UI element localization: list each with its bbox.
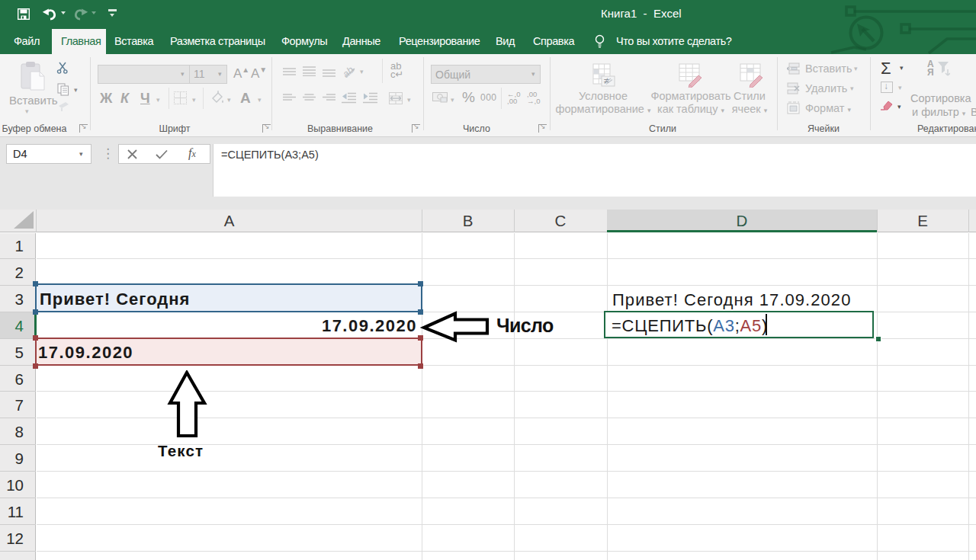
svg-text:ab: ab [344,65,356,78]
svg-text:≠: ≠ [604,75,609,86]
